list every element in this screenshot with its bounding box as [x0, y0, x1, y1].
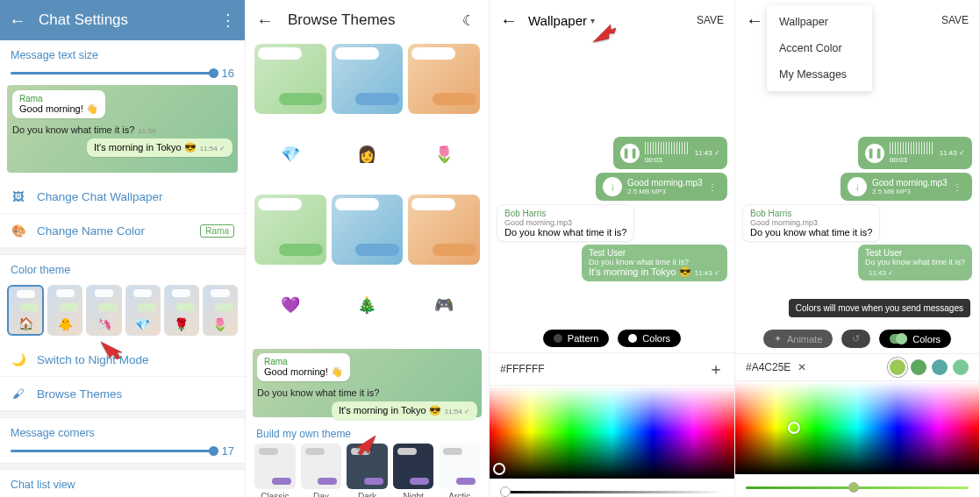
back-arrow-icon[interactable]: ← — [9, 11, 26, 31]
theme-card[interactable]: 🎄 — [332, 270, 404, 340]
reset-pill[interactable]: ↺ — [841, 330, 870, 348]
pattern-pill[interactable]: Pattern — [543, 330, 609, 347]
animate-pill[interactable]: ✦Animate — [763, 330, 833, 348]
header-title: Chat Settings — [39, 11, 220, 29]
chat-preview: ❚❚ 00:03 11:43 ✓ ↓ Good morning.mp32.5 M… — [490, 131, 734, 324]
clear-hex-icon[interactable]: ✕ — [798, 361, 806, 373]
chat-settings-header: ← Chat Settings ⋮ — [0, 0, 245, 40]
build-option[interactable]: Arctic — [439, 444, 480, 497]
theme-tile[interactable]: 💎 — [125, 285, 161, 336]
color-swatch[interactable] — [911, 359, 926, 375]
theme-card[interactable]: 💜 — [254, 270, 326, 340]
save-button[interactable]: SAVE — [941, 14, 969, 26]
corners-value: 17 — [222, 444, 234, 458]
more-icon[interactable]: ⋮ — [220, 11, 236, 30]
theme-card[interactable]: 🌷 — [408, 119, 480, 189]
add-color-icon[interactable]: ＋ — [708, 359, 724, 380]
download-icon[interactable]: ↓ — [848, 177, 867, 196]
hex-value[interactable]: #A4C25E — [746, 361, 790, 373]
colors-pill[interactable]: Colors — [618, 330, 681, 347]
theme-card[interactable] — [254, 195, 326, 265]
build-option[interactable]: Classic — [254, 444, 296, 497]
color-swatch[interactable] — [953, 359, 969, 375]
theme-tile[interactable]: 🌷 — [203, 285, 238, 336]
theme-preview: RamaGood morning! 👋 Do you know what tim… — [253, 349, 482, 417]
pause-icon[interactable]: ❚❚ — [620, 144, 640, 163]
corners-slider[interactable] — [11, 450, 217, 452]
color-swatch[interactable] — [890, 359, 905, 375]
theme-card[interactable] — [254, 44, 326, 114]
save-button[interactable]: SAVE — [697, 14, 724, 26]
moon-icon: 🌙 — [11, 351, 26, 367]
theme-card[interactable]: 💎 — [254, 119, 326, 189]
theme-card[interactable] — [408, 195, 480, 265]
menu-wallpaper[interactable]: Wallpaper — [767, 9, 872, 35]
name-badge: Rama — [200, 224, 234, 238]
build-option[interactable]: Day — [301, 444, 342, 497]
theme-tile[interactable]: 🌹 — [164, 285, 199, 336]
chat-list-view-label: Chat list view — [0, 470, 245, 496]
theme-card[interactable] — [408, 44, 480, 114]
brush-icon: 🖌 — [11, 386, 26, 401]
text-size-slider[interactable] — [11, 72, 217, 75]
change-wallpaper-row[interactable]: 🖼 Change Chat Wallpaper — [0, 180, 245, 214]
theme-tile[interactable]: 🐥 — [47, 285, 82, 336]
sparkle-icon: ✦ — [774, 333, 782, 344]
download-icon[interactable]: ↓ — [603, 177, 622, 196]
color-swatch[interactable] — [932, 359, 948, 375]
text-size-label: Message text size — [0, 40, 245, 67]
back-arrow-icon[interactable]: ← — [500, 11, 518, 31]
theme-card[interactable] — [332, 44, 404, 114]
voice-message: ❚❚ 00:03 11:43 ✓ — [613, 137, 727, 169]
image-icon: 🖼 — [11, 188, 26, 204]
toggle-icon — [890, 334, 907, 344]
chat-preview: ❚❚ 00:03 11:43 ✓ ↓ Good morning.mp32.5 M… — [735, 131, 979, 324]
menu-accent-color[interactable]: Accent Color — [767, 35, 872, 61]
night-toggle-icon[interactable]: ☾ — [462, 12, 478, 28]
file-message: ↓ Good morning.mp32.5 MB MP3 ⋮ — [596, 173, 727, 201]
brightness-slider[interactable] — [500, 491, 724, 493]
section-dropdown-menu: Wallpaper Accent Color My Messages — [767, 5, 872, 91]
chat-preview: RamaGood morning! 👋 Do you know what tim… — [7, 85, 238, 173]
corners-label: Message corners — [0, 418, 245, 444]
menu-my-messages[interactable]: My Messages — [767, 61, 872, 88]
theme-card[interactable]: 👩 — [332, 119, 404, 189]
brightness-slider[interactable] — [746, 486, 969, 489]
palette-icon: 🎨 — [11, 223, 26, 238]
text-size-value: 16 — [222, 67, 234, 80]
undo-icon: ↺ — [852, 333, 860, 344]
animate-tooltip: Colors will move when you send messages — [789, 299, 970, 317]
pause-icon[interactable]: ❚❚ — [865, 144, 884, 163]
back-arrow-icon[interactable]: ← — [256, 11, 274, 31]
colors-pill[interactable]: Colors — [879, 330, 951, 348]
color-theme-label: Color theme — [0, 255, 245, 281]
color-picker-area[interactable] — [490, 386, 734, 479]
back-arrow-icon[interactable]: ← — [746, 11, 763, 31]
more-icon[interactable]: ⋮ — [953, 182, 962, 192]
browse-themes-row[interactable]: 🖌 Browse Themes — [0, 377, 245, 411]
color-picker-area[interactable] — [735, 381, 979, 474]
browse-themes-header: ← Browse Themes ☾ — [246, 0, 489, 40]
theme-tile[interactable]: 🦄 — [86, 285, 121, 336]
hex-value[interactable]: #FFFFFF — [500, 363, 545, 375]
theme-card[interactable]: 🎮 — [408, 270, 480, 340]
build-option[interactable]: Night — [393, 444, 434, 497]
theme-tile[interactable]: 🏠 — [7, 285, 44, 336]
theme-card[interactable] — [332, 195, 404, 265]
more-icon[interactable]: ⋮ — [708, 182, 717, 192]
change-name-color-row[interactable]: 🎨 Change Name Color Rama — [0, 214, 245, 248]
